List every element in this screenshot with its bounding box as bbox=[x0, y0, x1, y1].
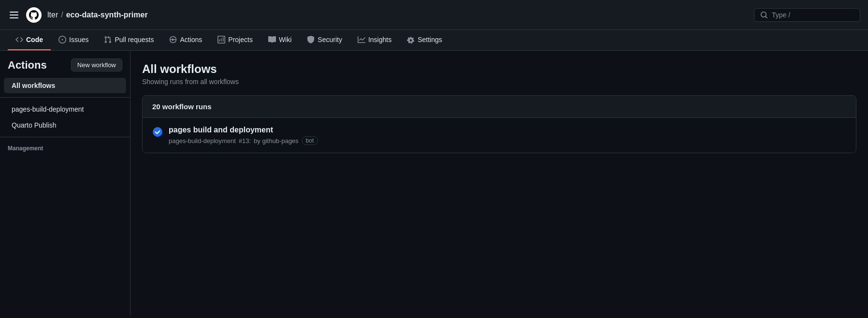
sidebar-item-quarto-publish[interactable]: Quarto Publish bbox=[4, 117, 126, 133]
run-info: pages build and deployment pages-build-d… bbox=[169, 126, 846, 145]
github-logo bbox=[26, 7, 42, 23]
sidebar: Actions New workflow All workflows pages… bbox=[0, 51, 130, 316]
actions-icon bbox=[169, 36, 177, 43]
bot-badge: bot bbox=[302, 136, 318, 145]
sidebar-item-quarto-label: Quarto Publish bbox=[12, 121, 57, 129]
tab-wiki[interactable]: Wiki bbox=[260, 30, 299, 50]
run-title[interactable]: pages build and deployment bbox=[169, 126, 846, 134]
tab-settings[interactable]: Settings bbox=[399, 30, 450, 50]
projects-icon bbox=[217, 36, 225, 43]
sidebar-divider-1 bbox=[0, 97, 130, 98]
run-status-icon bbox=[152, 127, 163, 137]
sidebar-divider-2 bbox=[0, 137, 130, 137]
search-box[interactable]: Type / bbox=[754, 8, 860, 22]
main-layout: Actions New workflow All workflows pages… bbox=[0, 51, 868, 316]
workflow-run-item[interactable]: pages build and deployment pages-build-d… bbox=[143, 118, 856, 153]
run-number: #13: bbox=[239, 137, 251, 145]
repo-name[interactable]: eco-data-synth-primer bbox=[66, 11, 148, 19]
sidebar-management-label: Management bbox=[0, 141, 130, 154]
page-subtitle: Showing runs from all workflows bbox=[142, 78, 856, 86]
code-icon bbox=[15, 36, 23, 43]
settings-icon bbox=[407, 36, 415, 43]
tab-pr-label: Pull requests bbox=[115, 36, 154, 43]
workflow-runs-card: 20 workflow runs pages build and deploym… bbox=[142, 95, 856, 153]
menu-button[interactable] bbox=[8, 10, 20, 20]
tab-insights-label: Insights bbox=[368, 36, 391, 43]
tab-projects-label: Projects bbox=[228, 36, 253, 43]
tab-code[interactable]: Code bbox=[8, 30, 51, 50]
new-workflow-button[interactable]: New workflow bbox=[71, 58, 122, 72]
sidebar-title: Actions bbox=[8, 59, 47, 72]
tab-code-label: Code bbox=[26, 36, 43, 43]
run-workflow-name: pages-build-deployment bbox=[169, 137, 236, 145]
sidebar-item-pages-label: pages-build-deployment bbox=[12, 105, 84, 113]
sidebar-item-all-workflows-label: All workflows bbox=[12, 82, 55, 89]
tab-actions[interactable]: Actions bbox=[161, 30, 210, 50]
repo-owner[interactable]: lter bbox=[47, 11, 58, 19]
svg-marker-1 bbox=[172, 38, 174, 41]
run-meta: pages-build-deployment #13: by github-pa… bbox=[169, 136, 846, 145]
sidebar-item-all-workflows[interactable]: All workflows bbox=[4, 78, 126, 93]
security-icon bbox=[307, 36, 315, 43]
breadcrumb: lter / eco-data-synth-primer bbox=[47, 11, 148, 19]
svg-point-2 bbox=[153, 127, 162, 137]
run-by: by github-pages bbox=[254, 137, 299, 145]
pr-icon bbox=[104, 36, 112, 43]
top-bar: lter / eco-data-synth-primer Type / bbox=[0, 0, 868, 30]
tab-insights[interactable]: Insights bbox=[350, 30, 399, 50]
nav-tabs: Code Issues Pull requests Actions Projec… bbox=[0, 30, 868, 51]
tab-actions-label: Actions bbox=[180, 36, 202, 43]
wiki-icon bbox=[268, 36, 276, 43]
tab-security-label: Security bbox=[318, 36, 342, 43]
sidebar-item-pages-build-deployment[interactable]: pages-build-deployment bbox=[4, 101, 126, 117]
workflow-runs-count: 20 workflow runs bbox=[143, 96, 856, 118]
content-area: All workflows Showing runs from all work… bbox=[130, 51, 868, 316]
tab-security[interactable]: Security bbox=[299, 30, 350, 50]
search-icon bbox=[760, 11, 768, 19]
search-placeholder: Type / bbox=[772, 11, 790, 19]
insights-icon bbox=[358, 36, 365, 43]
page-title: All workflows bbox=[142, 62, 856, 76]
tab-projects[interactable]: Projects bbox=[210, 30, 260, 50]
tab-issues-label: Issues bbox=[69, 36, 88, 43]
sidebar-header: Actions New workflow bbox=[0, 58, 130, 77]
tab-issues[interactable]: Issues bbox=[51, 30, 96, 50]
issue-icon bbox=[58, 36, 66, 43]
tab-wiki-label: Wiki bbox=[279, 36, 291, 43]
tab-pull-requests[interactable]: Pull requests bbox=[96, 30, 161, 50]
tab-settings-label: Settings bbox=[418, 36, 442, 43]
